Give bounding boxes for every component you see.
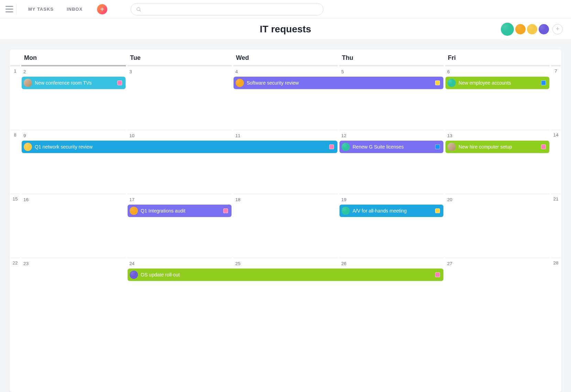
assignee-avatar	[342, 143, 350, 151]
calendar-day-cell[interactable]: 9	[21, 130, 127, 192]
calendar-day-cell[interactable]: 17	[127, 194, 233, 256]
calendar-day-cell[interactable]: 11	[233, 130, 338, 192]
task-bar[interactable]: A/V for all-hands meeting	[340, 205, 443, 217]
calendar-day-cell[interactable]: 25	[233, 258, 338, 320]
project-members: +	[501, 23, 563, 36]
assignee-avatar	[130, 207, 138, 215]
day-header-wed: Wed	[233, 50, 338, 65]
task-tag	[435, 208, 440, 213]
menu-toggle[interactable]	[6, 4, 17, 15]
calendar-day-cell[interactable]: 10	[127, 130, 233, 192]
task-bar[interactable]: New hire computer setup	[445, 141, 549, 153]
project-header: IT requests +	[0, 19, 571, 40]
task-label: New employee accounts	[459, 80, 538, 86]
calendar-day-cell[interactable]: 6	[444, 66, 550, 128]
task-tag	[435, 272, 440, 277]
weekend-gutter: 8	[10, 130, 21, 192]
task-bar[interactable]: Renew G Suite licenses	[340, 141, 443, 153]
calendar-day-cell[interactable]: 2	[21, 66, 127, 128]
calendar-day-cell[interactable]: 23	[21, 258, 127, 320]
assignee-avatar	[24, 143, 32, 151]
task-bar[interactable]: New conference room TVs	[22, 77, 126, 89]
page-title: IT requests	[260, 24, 311, 35]
nav-inbox[interactable]: INBOX	[63, 4, 86, 14]
calendar-day-cell[interactable]: 26	[338, 258, 444, 320]
task-tag	[541, 80, 546, 85]
weekend-gutter: 15	[10, 194, 21, 256]
calendar-day-header: Mon Tue Wed Thu Fri	[10, 50, 561, 65]
weekend-gutter: 22	[10, 258, 21, 320]
task-tag	[435, 144, 440, 149]
task-label: OS update roll-out	[141, 272, 432, 277]
search-field[interactable]	[131, 3, 323, 15]
calendar-week: 22 23 24 25 26 27 28 OS update roll-out	[10, 258, 561, 320]
calendar-week: 1 2 3 4 5 6 7 New conference room TVsSof…	[10, 66, 561, 128]
assignee-avatar	[236, 79, 244, 87]
task-tag	[117, 80, 122, 85]
calendar-week: 15 16 17 18 19 20 21 Q1 Integrations aud…	[10, 194, 561, 256]
calendar-day-cell[interactable]: 3	[127, 66, 233, 128]
task-label: Q1 Integrations audit	[141, 208, 220, 214]
calendar-day-cell[interactable]: 4	[233, 66, 338, 128]
search-icon	[136, 7, 141, 12]
weekend-gutter: 28	[550, 258, 561, 320]
task-label: A/V for all-hands meeting	[353, 208, 432, 214]
member-avatar[interactable]	[527, 24, 537, 34]
day-header-mon: Mon	[21, 50, 127, 65]
calendar-day-cell[interactable]: 20	[444, 194, 550, 256]
task-bar[interactable]: Q1 Integrations audit	[128, 205, 231, 217]
task-label: New hire computer setup	[459, 144, 538, 150]
day-header-thu: Thu	[338, 50, 444, 65]
assignee-avatar	[448, 79, 456, 87]
day-header-fri: Fri	[444, 50, 550, 65]
member-avatar[interactable]	[501, 23, 514, 36]
weekend-gutter: 7	[550, 66, 561, 128]
topbar: MY TASKS INBOX +	[0, 0, 571, 19]
calendar-stage: Mon Tue Wed Thu Fri 1 2 3 4 5 6 7	[0, 40, 571, 392]
weekend-gutter: 14	[550, 130, 561, 192]
task-label: New conference room TVs	[35, 80, 115, 86]
task-bar[interactable]: Q1 network security review	[22, 141, 337, 153]
calendar-day-cell[interactable]: 16	[21, 194, 127, 256]
member-avatar[interactable]	[515, 24, 526, 34]
member-avatar[interactable]	[539, 24, 549, 34]
assignee-avatar	[448, 143, 456, 151]
task-label: Q1 network security review	[35, 144, 326, 150]
svg-point-0	[137, 7, 140, 10]
svg-line-1	[140, 10, 141, 11]
calendar-day-cell[interactable]: 24	[127, 258, 233, 320]
weekend-gutter: 21	[550, 194, 561, 256]
create-button[interactable]: +	[97, 4, 107, 14]
task-bar[interactable]: OS update roll-out	[128, 269, 443, 281]
calendar-week: 8 9 10 11 12 13 14 Q1 network security r…	[10, 130, 561, 192]
add-member-button[interactable]: +	[552, 24, 563, 34]
task-tag	[541, 144, 546, 149]
assignee-avatar	[130, 271, 138, 279]
weekend-gutter: 1	[10, 66, 21, 128]
task-tag	[329, 144, 334, 149]
nav-my-tasks[interactable]: MY TASKS	[25, 4, 57, 14]
day-header-tue: Tue	[127, 50, 233, 65]
assignee-avatar	[24, 79, 32, 87]
task-bar[interactable]: Software security review	[234, 77, 443, 89]
plus-icon: +	[100, 6, 104, 13]
task-tag	[435, 80, 440, 85]
calendar-day-cell[interactable]: 18	[233, 194, 338, 256]
task-label: Software security review	[247, 80, 432, 86]
task-tag	[223, 208, 228, 213]
task-bar[interactable]: New employee accounts	[445, 77, 549, 89]
task-label: Renew G Suite licenses	[353, 144, 432, 150]
calendar-day-cell[interactable]: 27	[444, 258, 550, 320]
calendar-day-cell[interactable]: 12	[338, 130, 444, 192]
calendar: Mon Tue Wed Thu Fri 1 2 3 4 5 6 7	[10, 50, 561, 392]
calendar-day-cell[interactable]: 19	[338, 194, 444, 256]
calendar-day-cell[interactable]: 13	[444, 130, 550, 192]
search-input[interactable]	[144, 7, 318, 12]
calendar-day-cell[interactable]: 5	[338, 66, 444, 128]
plus-icon: +	[556, 25, 560, 33]
assignee-avatar	[342, 207, 350, 215]
